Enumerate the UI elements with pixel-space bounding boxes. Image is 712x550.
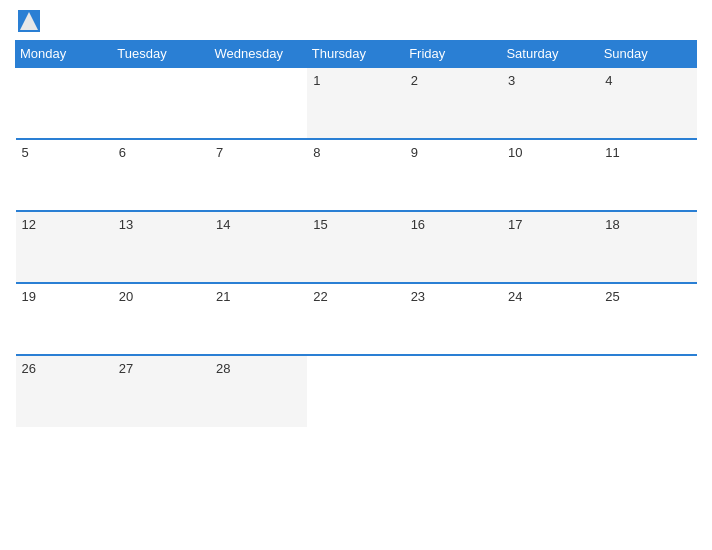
calendar-cell	[113, 67, 210, 139]
day-number: 21	[216, 289, 230, 304]
weekday-header-tuesday: Tuesday	[113, 41, 210, 68]
calendar-cell: 18	[599, 211, 696, 283]
calendar-cell: 4	[599, 67, 696, 139]
calendar-cell: 10	[502, 139, 599, 211]
week-row-2: 567891011	[16, 139, 697, 211]
logo	[15, 10, 40, 32]
day-number: 9	[411, 145, 418, 160]
calendar-cell: 16	[405, 211, 502, 283]
week-row-5: 262728	[16, 355, 697, 427]
calendar-cell: 25	[599, 283, 696, 355]
calendar-cell: 15	[307, 211, 404, 283]
calendar-cell: 17	[502, 211, 599, 283]
calendar-cell: 21	[210, 283, 307, 355]
day-number: 25	[605, 289, 619, 304]
day-number: 16	[411, 217, 425, 232]
calendar-cell: 20	[113, 283, 210, 355]
calendar-cell: 3	[502, 67, 599, 139]
day-number: 27	[119, 361, 133, 376]
calendar-cell: 19	[16, 283, 113, 355]
calendar-cell: 14	[210, 211, 307, 283]
calendar-cell: 23	[405, 283, 502, 355]
week-row-1: 1234	[16, 67, 697, 139]
day-number: 10	[508, 145, 522, 160]
weekday-header-thursday: Thursday	[307, 41, 404, 68]
day-number: 14	[216, 217, 230, 232]
calendar-cell	[405, 355, 502, 427]
day-number: 11	[605, 145, 619, 160]
day-number: 12	[22, 217, 36, 232]
calendar-cell: 1	[307, 67, 404, 139]
weekday-header-row: MondayTuesdayWednesdayThursdayFridaySatu…	[16, 41, 697, 68]
day-number: 28	[216, 361, 230, 376]
day-number: 1	[313, 73, 320, 88]
calendar-cell: 9	[405, 139, 502, 211]
calendar-cell: 11	[599, 139, 696, 211]
day-number: 15	[313, 217, 327, 232]
day-number: 23	[411, 289, 425, 304]
weekday-header-saturday: Saturday	[502, 41, 599, 68]
weekday-header-monday: Monday	[16, 41, 113, 68]
day-number: 18	[605, 217, 619, 232]
calendar-cell	[307, 355, 404, 427]
calendar-header	[15, 10, 697, 32]
day-number: 22	[313, 289, 327, 304]
weekday-header-friday: Friday	[405, 41, 502, 68]
calendar-cell: 8	[307, 139, 404, 211]
calendar-cell: 22	[307, 283, 404, 355]
calendar-cell: 7	[210, 139, 307, 211]
day-number: 13	[119, 217, 133, 232]
day-number: 17	[508, 217, 522, 232]
logo-flag-icon	[18, 10, 40, 32]
calendar-cell	[16, 67, 113, 139]
calendar-cell	[599, 355, 696, 427]
calendar-cell	[502, 355, 599, 427]
calendar-cell: 2	[405, 67, 502, 139]
calendar-cell: 5	[16, 139, 113, 211]
day-number: 7	[216, 145, 223, 160]
calendar-cell: 12	[16, 211, 113, 283]
day-number: 19	[22, 289, 36, 304]
day-number: 20	[119, 289, 133, 304]
calendar-cell	[210, 67, 307, 139]
calendar-cell: 24	[502, 283, 599, 355]
weekday-header-sunday: Sunday	[599, 41, 696, 68]
calendar-cell: 13	[113, 211, 210, 283]
calendar-cell: 6	[113, 139, 210, 211]
day-number: 6	[119, 145, 126, 160]
calendar-cell: 26	[16, 355, 113, 427]
week-row-4: 19202122232425	[16, 283, 697, 355]
day-number: 24	[508, 289, 522, 304]
day-number: 3	[508, 73, 515, 88]
day-number: 5	[22, 145, 29, 160]
calendar-table: MondayTuesdayWednesdayThursdayFridaySatu…	[15, 40, 697, 427]
day-number: 26	[22, 361, 36, 376]
calendar-cell: 28	[210, 355, 307, 427]
day-number: 4	[605, 73, 612, 88]
week-row-3: 12131415161718	[16, 211, 697, 283]
calendar-container: MondayTuesdayWednesdayThursdayFridaySatu…	[0, 0, 712, 550]
day-number: 8	[313, 145, 320, 160]
weekday-header-wednesday: Wednesday	[210, 41, 307, 68]
day-number: 2	[411, 73, 418, 88]
calendar-cell: 27	[113, 355, 210, 427]
